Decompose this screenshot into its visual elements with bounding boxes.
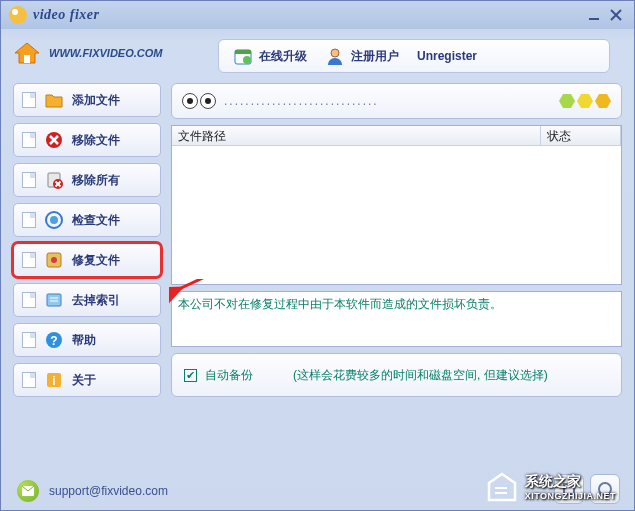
sidebar-item-label: 关于 (72, 372, 96, 389)
watermark-logo-icon (485, 470, 519, 504)
remove-index-button[interactable]: 去掉索引 (13, 283, 161, 317)
minimize-button[interactable] (584, 6, 604, 24)
support-email[interactable]: support@fixvideo.com (49, 484, 168, 498)
auto-backup-label: 自动备份 (205, 367, 253, 384)
svg-rect-6 (235, 50, 251, 54)
svg-point-19 (51, 257, 57, 263)
url-text: www.fixvideo.com (49, 47, 162, 59)
index-icon (44, 290, 64, 310)
online-upgrade-button[interactable]: 在线升级 (233, 46, 307, 66)
check-icon (44, 210, 64, 230)
about-icon: i (44, 370, 64, 390)
status-strip: ............................. (171, 83, 622, 119)
svg-rect-4 (24, 55, 30, 63)
sidebar-item-label: 检查文件 (72, 212, 120, 229)
about-button[interactable]: i 关于 (13, 363, 161, 397)
backup-hint: (这样会花费较多的时间和磁盘空间, 但建议选择) (293, 367, 548, 384)
control-button-1[interactable] (554, 474, 584, 504)
repair-file-button[interactable]: 修复文件 (13, 243, 161, 277)
svg-marker-28 (577, 94, 593, 108)
app-title: video fixer (33, 7, 100, 23)
svg-text:?: ? (50, 334, 57, 348)
toolbar: 在线升级 注册用户 Unregister (218, 39, 610, 73)
footer: support@fixvideo.com (17, 480, 168, 502)
remove-all-button[interactable]: 移除所有 (13, 163, 161, 197)
sidebar-item-label: 添加文件 (72, 92, 120, 109)
sidebar: 添加文件 移除文件 移除所有 检查文件 修复文件 (13, 83, 161, 397)
close-button[interactable] (606, 6, 626, 24)
doc-icon (22, 252, 36, 268)
auto-backup-checkbox[interactable]: ✔ (184, 369, 197, 382)
repair-icon (44, 250, 64, 270)
svg-marker-29 (595, 94, 611, 108)
content-column: ............................. 文件路径 状态 本公… (171, 83, 622, 397)
unregister-label: Unregister (417, 49, 477, 63)
doc-icon (22, 332, 36, 348)
file-list[interactable]: 文件路径 状态 (171, 125, 622, 285)
register-label: 注册用户 (351, 48, 399, 65)
user-icon (325, 46, 345, 66)
folder-add-icon (44, 90, 64, 110)
header-row: www.fixvideo.com 在线升级 注册用户 Unregister (1, 29, 634, 73)
help-icon: ? (44, 330, 64, 350)
eyes-icon (182, 93, 216, 109)
doc-icon (22, 212, 36, 228)
unregister-button[interactable]: Unregister (417, 49, 477, 63)
doc-icon (22, 292, 36, 308)
register-button[interactable]: 注册用户 (325, 46, 399, 66)
add-file-button[interactable]: 添加文件 (13, 83, 161, 117)
sidebar-item-label: 移除文件 (72, 132, 120, 149)
calendar-icon (233, 46, 253, 66)
doc-icon (22, 372, 36, 388)
remove-all-icon (44, 170, 64, 190)
svg-marker-27 (559, 94, 575, 108)
list-body[interactable] (172, 146, 621, 284)
hex-icons (559, 94, 611, 108)
options-row: ✔ 自动备份 (这样会花费较多的时间和磁盘空间, 但建议选择) (171, 353, 622, 397)
svg-text:i: i (52, 374, 55, 388)
svg-point-34 (599, 483, 611, 495)
remove-file-button[interactable]: 移除文件 (13, 123, 161, 157)
doc-icon (22, 92, 36, 108)
list-header: 文件路径 状态 (172, 126, 621, 146)
svg-point-17 (50, 216, 58, 224)
mail-icon[interactable] (17, 480, 39, 502)
help-button[interactable]: ? 帮助 (13, 323, 161, 357)
svg-rect-20 (47, 294, 61, 306)
svg-rect-33 (564, 484, 574, 494)
col-status[interactable]: 状态 (541, 126, 621, 145)
col-path[interactable]: 文件路径 (172, 126, 541, 145)
message-panel: 本公司不对在修复过程中由于本软件而造成的文件损坏负责。 (171, 291, 622, 347)
sidebar-item-label: 移除所有 (72, 172, 120, 189)
footer-controls (554, 474, 620, 504)
titlebar: video fixer (1, 1, 634, 29)
svg-marker-35 (489, 474, 515, 500)
svg-point-7 (243, 56, 251, 64)
sidebar-item-label: 修复文件 (72, 252, 120, 269)
main-area: 添加文件 移除文件 移除所有 检查文件 修复文件 (1, 73, 634, 397)
home-icon (13, 41, 41, 65)
progress-dots: ............................. (224, 94, 551, 108)
upgrade-label: 在线升级 (259, 48, 307, 65)
sidebar-item-label: 帮助 (72, 332, 96, 349)
sidebar-item-label: 去掉索引 (72, 292, 120, 309)
app-icon (9, 6, 27, 24)
remove-icon (44, 130, 64, 150)
app-window: video fixer www.fixvideo.com 在线升级 注册用户 U… (0, 0, 635, 511)
svg-point-8 (331, 49, 339, 57)
doc-icon (22, 132, 36, 148)
message-text: 本公司不对在修复过程中由于本软件而造成的文件损坏负责。 (178, 297, 502, 311)
check-file-button[interactable]: 检查文件 (13, 203, 161, 237)
doc-icon (22, 172, 36, 188)
control-button-2[interactable] (590, 474, 620, 504)
